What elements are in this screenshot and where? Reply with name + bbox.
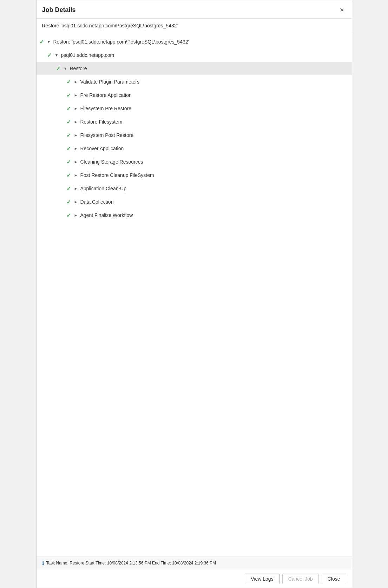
tree-container: ✓▼Restore 'psql01.sddc.netapp.com\Postgr… — [37, 32, 352, 556]
tree-label: Cleaning Storage Resources — [80, 159, 143, 165]
tree-label: psql01.sddc.netapp.com — [61, 52, 114, 58]
check-icon: ✓ — [66, 119, 74, 125]
tree-item[interactable]: ✓►Agent Finalize Workflow — [37, 209, 352, 222]
footer-info: ℹ Task Name: Restore Start Time: 10/08/2… — [37, 556, 352, 570]
tree-arrow: ► — [74, 173, 79, 177]
tree-label: Filesystem Post Restore — [80, 132, 134, 138]
tree-item[interactable]: ✓►Post Restore Cleanup FileSystem — [37, 169, 352, 182]
cancel-job-button[interactable]: Cancel Job — [282, 574, 319, 584]
tree-item[interactable]: ✓►Cleaning Storage Resources — [37, 155, 352, 169]
tree-label: Filesystem Pre Restore — [80, 106, 131, 111]
tree-item[interactable]: ✓▼Restore — [37, 62, 352, 75]
tree-arrow: ► — [74, 106, 79, 111]
job-details-dialog: Job Details × Restore 'psql01.sddc.netap… — [36, 0, 352, 588]
check-icon: ✓ — [56, 65, 64, 72]
check-icon: ✓ — [66, 172, 74, 179]
tree-item[interactable]: ✓▼psql01.sddc.netapp.com — [37, 48, 352, 62]
tree-arrow: ► — [74, 133, 79, 137]
tree-label: Data Collection — [80, 199, 114, 205]
tree-item[interactable]: ✓►Filesystem Pre Restore — [37, 102, 352, 115]
close-icon[interactable]: × — [338, 5, 346, 15]
tree-arrow: ► — [74, 120, 79, 124]
tree-label: Restore 'psql01.sddc.netapp.com\PostgreS… — [53, 39, 189, 45]
tree-arrow: ► — [74, 160, 79, 164]
tree-label: Agent Finalize Workflow — [80, 212, 133, 218]
tree-label: Post Restore Cleanup FileSystem — [80, 172, 154, 178]
dialog-header: Job Details × — [37, 0, 352, 19]
tree-label: Validate Plugin Parameters — [80, 79, 140, 85]
tree-label: Restore Filesystem — [80, 119, 123, 125]
tree-label: Restore — [70, 66, 87, 71]
tree-item[interactable]: ✓►Data Collection — [37, 195, 352, 209]
tree-item[interactable]: ✓►Validate Plugin Parameters — [37, 75, 352, 88]
dialog-title: Job Details — [42, 6, 76, 14]
tree-arrow: ► — [74, 80, 79, 84]
tree-item[interactable]: ✓►Filesystem Post Restore — [37, 128, 352, 142]
check-icon: ✓ — [39, 39, 47, 45]
tree-label: Pre Restore Application — [80, 92, 132, 98]
info-icon: ℹ — [42, 560, 44, 566]
tree-item[interactable]: ✓►Application Clean-Up — [37, 182, 352, 195]
view-logs-button[interactable]: View Logs — [245, 574, 279, 584]
check-icon: ✓ — [66, 145, 74, 152]
tree-item[interactable]: ✓▼Restore 'psql01.sddc.netapp.com\Postgr… — [37, 35, 352, 48]
check-icon: ✓ — [66, 92, 74, 99]
tree-item[interactable]: ✓►Restore Filesystem — [37, 115, 352, 128]
tree-arrow: ► — [74, 93, 79, 97]
tree-label: Recover Application — [80, 146, 124, 151]
tree-arrow: ► — [74, 146, 79, 151]
tree-item[interactable]: ✓►Pre Restore Application — [37, 88, 352, 102]
tree-item[interactable]: ✓►Recover Application — [37, 142, 352, 155]
check-icon: ✓ — [66, 185, 74, 192]
check-icon: ✓ — [66, 79, 74, 85]
check-icon: ✓ — [66, 132, 74, 139]
check-icon: ✓ — [47, 52, 55, 59]
close-button[interactable]: Close — [322, 574, 346, 584]
tree-arrow: ► — [74, 213, 79, 217]
check-icon: ✓ — [66, 212, 74, 219]
footer-info-text: Task Name: Restore Start Time: 10/08/202… — [46, 561, 216, 566]
tree-arrow: ▼ — [47, 40, 52, 44]
tree-arrow: ▼ — [64, 66, 68, 71]
footer-buttons: View Logs Cancel Job Close — [37, 570, 352, 588]
tree-label: Application Clean-Up — [80, 186, 127, 191]
tree-arrow: ▼ — [55, 53, 60, 57]
check-icon: ✓ — [66, 199, 74, 205]
check-icon: ✓ — [66, 159, 74, 165]
dialog-subtitle: Restore 'psql01.sddc.netapp.com\PostgreS… — [37, 19, 352, 32]
tree-arrow: ► — [74, 186, 79, 191]
tree-arrow: ► — [74, 200, 79, 204]
check-icon: ✓ — [66, 105, 74, 112]
